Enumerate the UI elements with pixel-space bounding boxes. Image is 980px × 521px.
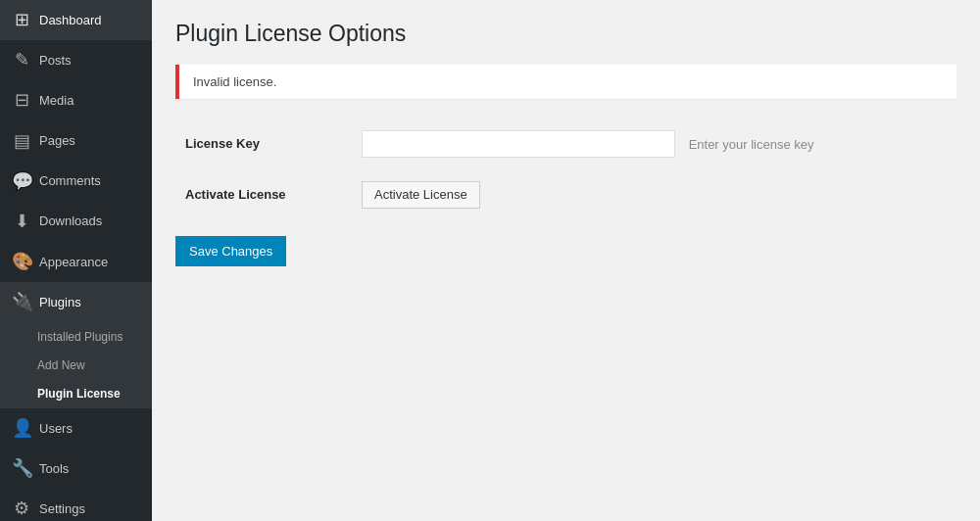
submenu-plugin-license[interactable]: Plugin License	[0, 380, 152, 408]
sidebar-item-label: Comments	[39, 172, 101, 190]
error-notice-text: Invalid license.	[193, 74, 276, 89]
media-icon: ⊟	[12, 88, 31, 113]
sidebar-item-settings[interactable]: ⚙ Settings	[0, 489, 152, 521]
license-form-table: License Key Enter your license key Activ…	[175, 118, 956, 220]
sidebar-item-label: Dashboard	[39, 12, 102, 29]
license-key-hint: Enter your license key	[689, 136, 814, 151]
page-title: Plugin License Options	[175, 20, 956, 49]
sidebar-item-comments[interactable]: 💬 Comments	[0, 162, 152, 202]
sidebar-item-label: Downloads	[39, 213, 102, 230]
sidebar-item-plugins[interactable]: 🔌 Plugins	[0, 282, 152, 322]
main-content: Plugin License Options Invalid license. …	[152, 0, 980, 521]
sidebar-item-media[interactable]: ⊟ Media	[0, 80, 152, 120]
error-notice: Invalid license.	[175, 65, 956, 99]
sidebar-item-label: Plugins	[39, 294, 81, 311]
appearance-icon: 🎨	[12, 250, 31, 274]
license-key-row: License Key Enter your license key	[175, 118, 956, 169]
sidebar-item-label: Tools	[39, 460, 69, 478]
sidebar-item-label: Settings	[39, 500, 85, 518]
plugins-icon: 🔌	[12, 290, 31, 314]
comments-icon: 💬	[12, 169, 31, 194]
sidebar-item-label: Pages	[39, 132, 75, 150]
sidebar: ⊞ Dashboard ✎ Posts ⊟ Media ▤ Pages 💬 Co…	[0, 0, 152, 521]
submenu-installed-plugins[interactable]: Installed Plugins	[0, 323, 152, 352]
tools-icon: 🔧	[12, 456, 31, 481]
sidebar-item-dashboard[interactable]: ⊞ Dashboard	[0, 0, 152, 40]
save-changes-button[interactable]: Save Changes	[175, 236, 286, 266]
sidebar-item-pages[interactable]: ▤ Pages	[0, 121, 152, 162]
sidebar-item-users[interactable]: 👤 Users	[0, 408, 152, 449]
pages-icon: ▤	[12, 129, 31, 154]
license-key-input[interactable]	[362, 130, 675, 158]
posts-icon: ✎	[12, 48, 31, 72]
license-key-label: License Key	[185, 136, 260, 151]
sidebar-item-appearance[interactable]: 🎨 Appearance	[0, 242, 152, 282]
sidebar-item-tools[interactable]: 🔧 Tools	[0, 449, 152, 489]
sidebar-item-label: Appearance	[39, 254, 108, 271]
activate-license-label: Activate License	[185, 187, 286, 202]
users-icon: 👤	[12, 416, 31, 441]
dashboard-icon: ⊞	[12, 8, 31, 32]
settings-icon: ⚙	[12, 497, 31, 521]
plugins-submenu: Installed Plugins Add New Plugin License	[0, 323, 152, 409]
sidebar-item-label: Media	[39, 92, 74, 110]
sidebar-item-label: Posts	[39, 52, 72, 70]
downloads-icon: ⬇	[12, 210, 31, 234]
submenu-add-new[interactable]: Add New	[0, 352, 152, 380]
activate-license-row: Activate License Activate License	[175, 169, 956, 220]
sidebar-item-posts[interactable]: ✎ Posts	[0, 40, 152, 80]
sidebar-item-label: Users	[39, 420, 73, 438]
sidebar-item-downloads[interactable]: ⬇ Downloads	[0, 202, 152, 242]
activate-license-button[interactable]: Activate License	[362, 181, 480, 209]
